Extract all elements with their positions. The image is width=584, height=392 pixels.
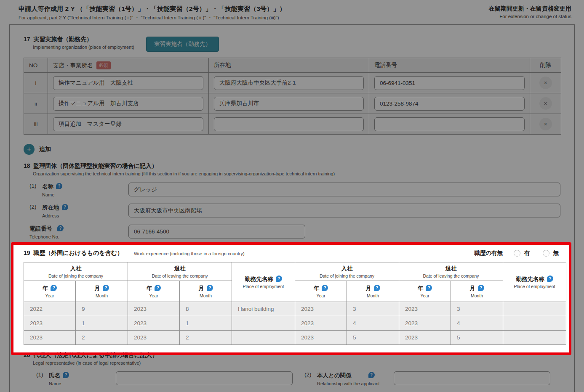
- help-icon[interactable]: ?: [276, 275, 282, 282]
- join-month-cell: 4: [347, 316, 399, 331]
- section-20-title-jp: 20 代理人（法定代理人による申請の場合に記入）: [24, 352, 560, 359]
- radio-no-circle[interactable]: [543, 250, 549, 257]
- leave-year-cell: 2023: [399, 302, 451, 316]
- field-address-label: (2) 所在地? Address: [24, 204, 128, 218]
- help-icon[interactable]: ?: [63, 372, 69, 378]
- branch-name-input[interactable]: [53, 76, 203, 90]
- section-17-number: 17: [24, 36, 30, 42]
- delete-row-button[interactable]: ×: [539, 118, 552, 130]
- relationship-group: (2) 本人との関係? Relationship with the applic…: [304, 371, 550, 386]
- row-number: iii: [24, 114, 48, 135]
- section-19-title-jp: 19 職歴（外国におけるものを含む）: [24, 249, 123, 257]
- section-17-titles: 17 実習実施者（勤務先） Implementing organization …: [24, 36, 134, 50]
- leave-month-cell: 1: [180, 316, 232, 331]
- help-icon[interactable]: ?: [56, 183, 62, 189]
- join-year-cell: 2023: [295, 331, 347, 345]
- col-month: 月?Month: [76, 281, 128, 302]
- help-icon[interactable]: ?: [368, 372, 375, 378]
- branch-phone-input[interactable]: [374, 97, 525, 111]
- leave-year-cell: 2023: [128, 302, 180, 316]
- table-row: ii ×: [24, 93, 561, 114]
- field-phone-label: 電話番号? Telephone No.: [24, 225, 128, 239]
- rep-name-label: (1) 氏名? Name: [24, 371, 116, 386]
- col-year: 年?Year: [399, 281, 451, 302]
- help-icon[interactable]: ?: [103, 285, 109, 291]
- col-place-of-employment: 勤務先名称? Place of employment: [503, 262, 566, 302]
- help-icon[interactable]: ?: [426, 285, 432, 291]
- supervising-org-address-input[interactable]: [128, 204, 560, 217]
- help-icon[interactable]: ?: [547, 275, 553, 282]
- delete-row-button[interactable]: ×: [539, 97, 552, 110]
- form-purpose-block: 在留期間更新・在留資格変更用 For extension or change o…: [489, 5, 571, 19]
- supervising-org-phone-input[interactable]: [128, 225, 305, 238]
- join-year-cell: 2023: [24, 331, 76, 345]
- table-header-row: NO 支店・事業所名必須 所在地 電話番号 削除: [24, 58, 561, 73]
- join-year-cell: 2022: [24, 302, 76, 316]
- place-cell: Hanoi building: [232, 302, 295, 316]
- join-month-cell: 1: [76, 316, 128, 331]
- add-button[interactable]: +: [24, 144, 35, 155]
- col-header-phone: 電話番号: [369, 58, 530, 73]
- presence-label: 職歴の有無: [474, 249, 503, 257]
- section-20-number: 20: [24, 352, 30, 358]
- section-19: 19 職歴（外国におけるものを含む） Work experience (incl…: [24, 249, 560, 345]
- work-experience-presence: 職歴の有無 有 無: [474, 249, 560, 257]
- col-month: 月?Month: [347, 281, 399, 302]
- field-name-row: (1) 名称? Name: [24, 183, 560, 197]
- col-group-join: 入社 Date of joining the company: [24, 262, 128, 281]
- help-icon[interactable]: ?: [478, 285, 484, 291]
- leave-month-cell: 5: [451, 331, 503, 345]
- delete-row-button[interactable]: ×: [539, 77, 552, 89]
- col-header-delete: 削除: [530, 58, 561, 73]
- branch-phone-input[interactable]: [374, 117, 525, 131]
- help-icon[interactable]: ?: [374, 285, 380, 291]
- leave-month-cell: 2: [180, 331, 232, 345]
- col-year: 年?Year: [295, 281, 347, 302]
- help-icon[interactable]: ?: [57, 225, 64, 231]
- implementing-organization-table: NO 支店・事業所名必須 所在地 電話番号 削除 i ×: [24, 58, 561, 135]
- table-row: i ×: [24, 73, 561, 93]
- help-icon[interactable]: ?: [155, 285, 161, 291]
- add-row: + 追加: [24, 144, 560, 155]
- section-18-number: 18: [24, 162, 30, 169]
- col-place-of-employment: 勤務先名称? Place of employment: [232, 262, 295, 302]
- field-address-row: (2) 所在地? Address: [24, 204, 560, 218]
- place-cell: [503, 316, 566, 331]
- help-icon[interactable]: ?: [322, 285, 328, 291]
- section-17-header: 17 実習実施者（勤務先） Implementing organization …: [24, 36, 560, 52]
- form-header: 申請人等作成用 2 Y （「技能実習（1号）」・「技能実習（2号）」・「技能実習…: [0, 0, 584, 21]
- help-icon[interactable]: ?: [51, 285, 57, 291]
- help-icon[interactable]: ?: [62, 204, 68, 210]
- col-header-address: 所在地: [209, 58, 369, 73]
- branch-address-input[interactable]: [214, 117, 364, 131]
- join-year-cell: 2023: [295, 302, 347, 316]
- branch-address-input[interactable]: [214, 76, 364, 90]
- col-month: 月?Month: [180, 281, 232, 302]
- join-month-cell: 3: [347, 302, 399, 316]
- radio-yes-circle[interactable]: [514, 250, 520, 257]
- branch-name-input[interactable]: [53, 97, 203, 111]
- leave-year-cell: 2023: [399, 331, 451, 345]
- leave-year-cell: 2023: [128, 331, 180, 345]
- radio-option-no[interactable]: 無: [543, 249, 559, 257]
- rep-name-input[interactable]: [116, 371, 293, 385]
- row-number: ii: [24, 93, 48, 114]
- implementing-organization-button[interactable]: 実習実施者（勤務先）: [146, 37, 219, 52]
- section-18-title-en: Organization supervising the technical i…: [33, 171, 560, 176]
- section-19-header: 19 職歴（外国におけるものを含む） Work experience (incl…: [24, 249, 560, 257]
- form-title-en: For applicant, part 2 Y ("Technical Inte…: [19, 15, 286, 21]
- help-icon[interactable]: ?: [207, 285, 213, 291]
- join-month-cell: 9: [76, 302, 128, 316]
- leave-month-cell: 3: [451, 302, 503, 316]
- radio-option-yes[interactable]: 有: [514, 249, 530, 257]
- join-year-cell: 2023: [295, 316, 347, 331]
- form-title-block: 申請人等作成用 2 Y （「技能実習（1号）」・「技能実習（2号）」・「技能実習…: [19, 5, 286, 21]
- supervising-org-name-input[interactable]: [128, 183, 560, 196]
- branch-address-input[interactable]: [214, 97, 364, 111]
- branch-phone-input[interactable]: [374, 76, 525, 90]
- relationship-input[interactable]: [394, 371, 550, 385]
- branch-name-input[interactable]: [53, 117, 203, 131]
- section-17-title-en: Implementing organization (place of empl…: [33, 45, 134, 50]
- form-purpose-jp: 在留期間更新・在留資格変更用: [489, 5, 571, 13]
- col-group-join: 入社 Date of joining the company: [295, 262, 399, 281]
